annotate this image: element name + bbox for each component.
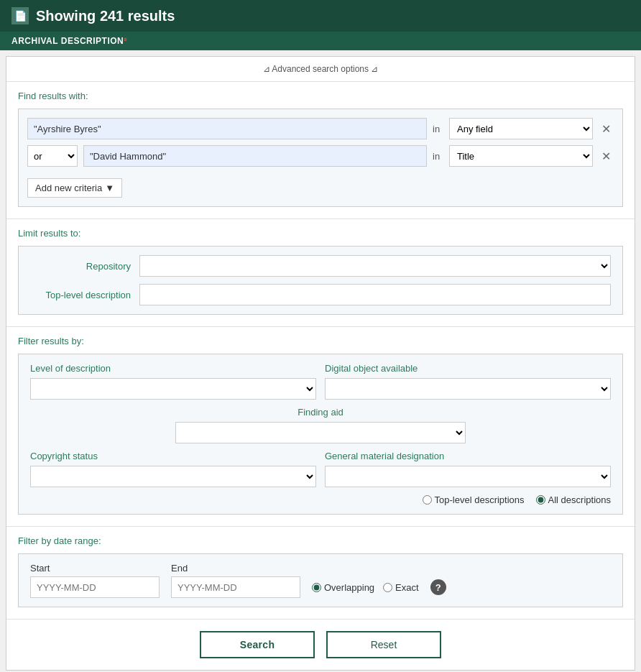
- level-select[interactable]: [30, 378, 316, 400]
- limit-results-section: Limit results to: Repository Top-level d…: [6, 219, 635, 327]
- top-level-label: Top-level description: [30, 290, 131, 300]
- limit-area: Repository Top-level description: [18, 246, 623, 315]
- all-desc-radio-label[interactable]: All descriptions: [536, 494, 611, 505]
- start-date-input[interactable]: [30, 576, 160, 598]
- add-criteria-label: Add new criteria: [35, 183, 102, 193]
- top-level-radio-text: Top-level descriptions: [435, 494, 525, 505]
- top-level-input[interactable]: [139, 284, 611, 305]
- date-range-section: Filter by date range: Start End Overlapp…: [6, 527, 635, 620]
- page-title: Showing 241 results: [36, 8, 175, 24]
- action-button-row: Search Reset: [6, 620, 635, 670]
- subheader-label: ARCHIVAL DESCRIPTIONˢ: [11, 36, 127, 46]
- help-button[interactable]: ?: [430, 579, 446, 595]
- finding-aid-label: Finding aid: [298, 407, 343, 418]
- remove-criteria-1[interactable]: ✕: [599, 122, 614, 136]
- header-icon: 📄: [11, 7, 29, 24]
- digital-col: Digital object available: [325, 363, 611, 400]
- add-criteria-wrapper: Add new criteria ▼: [27, 172, 614, 198]
- date-row: Start End Overlapping Exact: [30, 563, 611, 598]
- exact-label: Exact: [395, 582, 419, 593]
- field-select-2[interactable]: Any field Title Author Subject Notes: [449, 145, 593, 167]
- finding-aid-wrapper: Finding aid: [30, 407, 611, 443]
- description-radio-row: Top-level descriptions All descriptions: [30, 494, 611, 505]
- criteria-row-1: in Any field Title Author Subject Notes …: [27, 118, 614, 139]
- filter-area: Level of description Digital object avai…: [18, 354, 623, 515]
- top-level-radio-label[interactable]: Top-level descriptions: [423, 494, 525, 505]
- start-date-col: Start: [30, 563, 160, 598]
- general-material-label: General material designation: [325, 451, 611, 461]
- find-results-section: Find results with: in Any field Title Au…: [6, 82, 635, 219]
- start-date-label: Start: [30, 563, 160, 574]
- exact-radio-label[interactable]: Exact: [383, 582, 419, 593]
- find-results-label: Find results with:: [18, 91, 623, 101]
- level-label: Level of description: [30, 363, 316, 374]
- filter-row-1: Level of description Digital object avai…: [30, 363, 611, 400]
- advanced-toggle-label[interactable]: ⊿ Advanced search options ⊿: [263, 64, 379, 74]
- page-header: 📄 Showing 241 results: [0, 0, 641, 32]
- general-material-select[interactable]: [325, 466, 611, 487]
- all-desc-radio-text: All descriptions: [548, 494, 611, 505]
- end-date-col: End: [171, 563, 300, 598]
- search-button[interactable]: Search: [200, 631, 315, 658]
- filter-results-label: Filter results by:: [18, 336, 623, 346]
- subheader-bar: ARCHIVAL DESCRIPTIONˢ: [0, 32, 641, 50]
- operator-select[interactable]: or and not: [27, 145, 78, 167]
- date-range-label: Filter by date range:: [18, 535, 623, 546]
- end-date-input[interactable]: [171, 576, 300, 598]
- criteria-input-1[interactable]: [27, 118, 427, 139]
- copyright-select[interactable]: [30, 466, 316, 487]
- filter-results-section: Filter results by: Level of description …: [6, 327, 635, 527]
- reset-button[interactable]: Reset: [326, 631, 441, 658]
- repository-select[interactable]: [139, 255, 611, 277]
- overlapping-label: Overlapping: [324, 582, 374, 593]
- copyright-col: Copyright status: [30, 451, 316, 487]
- digital-select[interactable]: [325, 378, 611, 400]
- criteria-input-2[interactable]: [83, 145, 427, 167]
- limit-results-label: Limit results to:: [18, 228, 623, 239]
- in-label-1: in: [433, 124, 443, 134]
- exact-radio[interactable]: [383, 583, 392, 592]
- criteria-area: in Any field Title Author Subject Notes …: [18, 109, 623, 207]
- repository-row: Repository: [30, 255, 611, 277]
- copyright-label: Copyright status: [30, 451, 316, 461]
- repository-label: Repository: [30, 261, 131, 272]
- in-label-2: in: [433, 151, 443, 162]
- overlapping-radio-label[interactable]: Overlapping: [312, 582, 374, 593]
- end-date-label: End: [171, 563, 300, 574]
- main-panel: ⊿ Advanced search options ⊿ Find results…: [6, 56, 635, 671]
- top-level-row: Top-level description: [30, 284, 611, 305]
- all-desc-radio[interactable]: [536, 495, 545, 505]
- field-select-1[interactable]: Any field Title Author Subject Notes: [449, 118, 593, 139]
- filter-row-2: Copyright status General material design…: [30, 451, 611, 487]
- general-material-col: General material designation: [325, 451, 611, 487]
- level-col: Level of description: [30, 363, 316, 400]
- overlapping-radio[interactable]: [312, 583, 321, 592]
- subheader-highlight: ˢ: [124, 36, 127, 46]
- date-type-radio-group: Overlapping Exact ?: [312, 579, 446, 595]
- top-level-radio[interactable]: [423, 495, 432, 505]
- criteria-row-2: or and not in Any field Title Author Sub…: [27, 145, 614, 167]
- add-criteria-button[interactable]: Add new criteria ▼: [27, 178, 122, 198]
- add-criteria-arrow: ▼: [105, 183, 114, 193]
- digital-label: Digital object available: [325, 363, 611, 374]
- advanced-search-toggle[interactable]: ⊿ Advanced search options ⊿: [6, 57, 635, 82]
- remove-criteria-2[interactable]: ✕: [599, 149, 614, 163]
- finding-aid-select[interactable]: [175, 422, 466, 443]
- date-area: Start End Overlapping Exact: [18, 553, 623, 607]
